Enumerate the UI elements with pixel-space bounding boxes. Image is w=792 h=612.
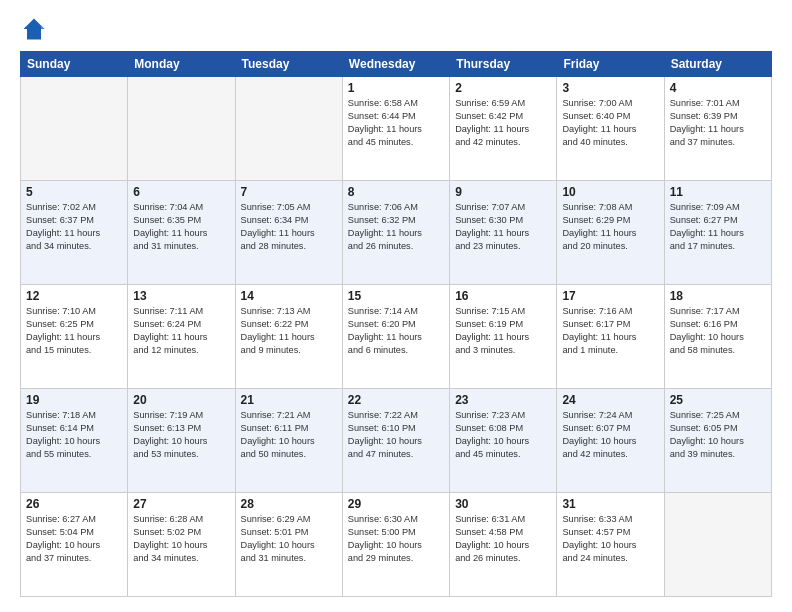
day-info: Sunrise: 7:23 AM Sunset: 6:08 PM Dayligh…	[455, 409, 551, 461]
calendar-cell: 17Sunrise: 7:16 AM Sunset: 6:17 PM Dayli…	[557, 285, 664, 389]
day-number: 12	[26, 289, 122, 303]
calendar-cell: 29Sunrise: 6:30 AM Sunset: 5:00 PM Dayli…	[342, 493, 449, 597]
day-number: 23	[455, 393, 551, 407]
calendar-cell: 24Sunrise: 7:24 AM Sunset: 6:07 PM Dayli…	[557, 389, 664, 493]
calendar-cell: 12Sunrise: 7:10 AM Sunset: 6:25 PM Dayli…	[21, 285, 128, 389]
calendar-cell: 25Sunrise: 7:25 AM Sunset: 6:05 PM Dayli…	[664, 389, 771, 493]
calendar-cell: 23Sunrise: 7:23 AM Sunset: 6:08 PM Dayli…	[450, 389, 557, 493]
weekday-header-sunday: Sunday	[21, 52, 128, 77]
calendar-cell: 31Sunrise: 6:33 AM Sunset: 4:57 PM Dayli…	[557, 493, 664, 597]
calendar-cell: 8Sunrise: 7:06 AM Sunset: 6:32 PM Daylig…	[342, 181, 449, 285]
day-info: Sunrise: 7:19 AM Sunset: 6:13 PM Dayligh…	[133, 409, 229, 461]
calendar-cell: 30Sunrise: 6:31 AM Sunset: 4:58 PM Dayli…	[450, 493, 557, 597]
day-info: Sunrise: 6:29 AM Sunset: 5:01 PM Dayligh…	[241, 513, 337, 565]
day-number: 17	[562, 289, 658, 303]
header	[20, 15, 772, 43]
calendar-cell: 16Sunrise: 7:15 AM Sunset: 6:19 PM Dayli…	[450, 285, 557, 389]
day-number: 6	[133, 185, 229, 199]
day-info: Sunrise: 7:21 AM Sunset: 6:11 PM Dayligh…	[241, 409, 337, 461]
weekday-header-tuesday: Tuesday	[235, 52, 342, 77]
calendar-cell: 7Sunrise: 7:05 AM Sunset: 6:34 PM Daylig…	[235, 181, 342, 285]
day-number: 24	[562, 393, 658, 407]
day-info: Sunrise: 7:25 AM Sunset: 6:05 PM Dayligh…	[670, 409, 766, 461]
day-info: Sunrise: 7:02 AM Sunset: 6:37 PM Dayligh…	[26, 201, 122, 253]
day-info: Sunrise: 7:11 AM Sunset: 6:24 PM Dayligh…	[133, 305, 229, 357]
day-info: Sunrise: 6:33 AM Sunset: 4:57 PM Dayligh…	[562, 513, 658, 565]
day-number: 8	[348, 185, 444, 199]
day-info: Sunrise: 7:24 AM Sunset: 6:07 PM Dayligh…	[562, 409, 658, 461]
page: SundayMondayTuesdayWednesdayThursdayFrid…	[0, 0, 792, 612]
logo-icon	[20, 15, 48, 43]
day-info: Sunrise: 6:27 AM Sunset: 5:04 PM Dayligh…	[26, 513, 122, 565]
calendar-cell	[128, 77, 235, 181]
day-info: Sunrise: 6:58 AM Sunset: 6:44 PM Dayligh…	[348, 97, 444, 149]
day-number: 31	[562, 497, 658, 511]
day-number: 19	[26, 393, 122, 407]
calendar-cell: 22Sunrise: 7:22 AM Sunset: 6:10 PM Dayli…	[342, 389, 449, 493]
calendar-cell: 13Sunrise: 7:11 AM Sunset: 6:24 PM Dayli…	[128, 285, 235, 389]
calendar-cell: 11Sunrise: 7:09 AM Sunset: 6:27 PM Dayli…	[664, 181, 771, 285]
day-info: Sunrise: 6:28 AM Sunset: 5:02 PM Dayligh…	[133, 513, 229, 565]
day-number: 22	[348, 393, 444, 407]
day-number: 25	[670, 393, 766, 407]
day-number: 9	[455, 185, 551, 199]
day-number: 26	[26, 497, 122, 511]
calendar-week-row: 19Sunrise: 7:18 AM Sunset: 6:14 PM Dayli…	[21, 389, 772, 493]
calendar-table: SundayMondayTuesdayWednesdayThursdayFrid…	[20, 51, 772, 597]
day-number: 15	[348, 289, 444, 303]
day-number: 14	[241, 289, 337, 303]
day-info: Sunrise: 6:59 AM Sunset: 6:42 PM Dayligh…	[455, 97, 551, 149]
calendar-week-row: 1Sunrise: 6:58 AM Sunset: 6:44 PM Daylig…	[21, 77, 772, 181]
calendar-cell	[664, 493, 771, 597]
day-info: Sunrise: 7:07 AM Sunset: 6:30 PM Dayligh…	[455, 201, 551, 253]
calendar-week-row: 26Sunrise: 6:27 AM Sunset: 5:04 PM Dayli…	[21, 493, 772, 597]
calendar-cell: 18Sunrise: 7:17 AM Sunset: 6:16 PM Dayli…	[664, 285, 771, 389]
day-number: 11	[670, 185, 766, 199]
calendar-cell: 6Sunrise: 7:04 AM Sunset: 6:35 PM Daylig…	[128, 181, 235, 285]
day-number: 16	[455, 289, 551, 303]
calendar-cell: 19Sunrise: 7:18 AM Sunset: 6:14 PM Dayli…	[21, 389, 128, 493]
weekday-header-row: SundayMondayTuesdayWednesdayThursdayFrid…	[21, 52, 772, 77]
weekday-header-wednesday: Wednesday	[342, 52, 449, 77]
day-info: Sunrise: 7:14 AM Sunset: 6:20 PM Dayligh…	[348, 305, 444, 357]
calendar-cell: 20Sunrise: 7:19 AM Sunset: 6:13 PM Dayli…	[128, 389, 235, 493]
calendar-cell: 28Sunrise: 6:29 AM Sunset: 5:01 PM Dayli…	[235, 493, 342, 597]
day-info: Sunrise: 7:01 AM Sunset: 6:39 PM Dayligh…	[670, 97, 766, 149]
day-info: Sunrise: 7:00 AM Sunset: 6:40 PM Dayligh…	[562, 97, 658, 149]
day-info: Sunrise: 6:31 AM Sunset: 4:58 PM Dayligh…	[455, 513, 551, 565]
calendar-cell: 21Sunrise: 7:21 AM Sunset: 6:11 PM Dayli…	[235, 389, 342, 493]
weekday-header-friday: Friday	[557, 52, 664, 77]
weekday-header-monday: Monday	[128, 52, 235, 77]
calendar-cell: 1Sunrise: 6:58 AM Sunset: 6:44 PM Daylig…	[342, 77, 449, 181]
weekday-header-saturday: Saturday	[664, 52, 771, 77]
day-number: 3	[562, 81, 658, 95]
day-number: 13	[133, 289, 229, 303]
day-number: 28	[241, 497, 337, 511]
day-info: Sunrise: 7:09 AM Sunset: 6:27 PM Dayligh…	[670, 201, 766, 253]
calendar-week-row: 12Sunrise: 7:10 AM Sunset: 6:25 PM Dayli…	[21, 285, 772, 389]
day-number: 7	[241, 185, 337, 199]
calendar-cell	[21, 77, 128, 181]
calendar-cell: 15Sunrise: 7:14 AM Sunset: 6:20 PM Dayli…	[342, 285, 449, 389]
day-info: Sunrise: 6:30 AM Sunset: 5:00 PM Dayligh…	[348, 513, 444, 565]
calendar-cell: 3Sunrise: 7:00 AM Sunset: 6:40 PM Daylig…	[557, 77, 664, 181]
day-number: 21	[241, 393, 337, 407]
day-info: Sunrise: 7:16 AM Sunset: 6:17 PM Dayligh…	[562, 305, 658, 357]
day-number: 2	[455, 81, 551, 95]
calendar-cell: 5Sunrise: 7:02 AM Sunset: 6:37 PM Daylig…	[21, 181, 128, 285]
weekday-header-thursday: Thursday	[450, 52, 557, 77]
calendar-cell: 27Sunrise: 6:28 AM Sunset: 5:02 PM Dayli…	[128, 493, 235, 597]
day-info: Sunrise: 7:18 AM Sunset: 6:14 PM Dayligh…	[26, 409, 122, 461]
day-info: Sunrise: 7:13 AM Sunset: 6:22 PM Dayligh…	[241, 305, 337, 357]
calendar-cell: 2Sunrise: 6:59 AM Sunset: 6:42 PM Daylig…	[450, 77, 557, 181]
day-number: 10	[562, 185, 658, 199]
calendar-cell	[235, 77, 342, 181]
day-number: 29	[348, 497, 444, 511]
day-info: Sunrise: 7:10 AM Sunset: 6:25 PM Dayligh…	[26, 305, 122, 357]
day-number: 20	[133, 393, 229, 407]
calendar-cell: 4Sunrise: 7:01 AM Sunset: 6:39 PM Daylig…	[664, 77, 771, 181]
day-info: Sunrise: 7:15 AM Sunset: 6:19 PM Dayligh…	[455, 305, 551, 357]
calendar-cell: 14Sunrise: 7:13 AM Sunset: 6:22 PM Dayli…	[235, 285, 342, 389]
day-info: Sunrise: 7:17 AM Sunset: 6:16 PM Dayligh…	[670, 305, 766, 357]
day-info: Sunrise: 7:22 AM Sunset: 6:10 PM Dayligh…	[348, 409, 444, 461]
